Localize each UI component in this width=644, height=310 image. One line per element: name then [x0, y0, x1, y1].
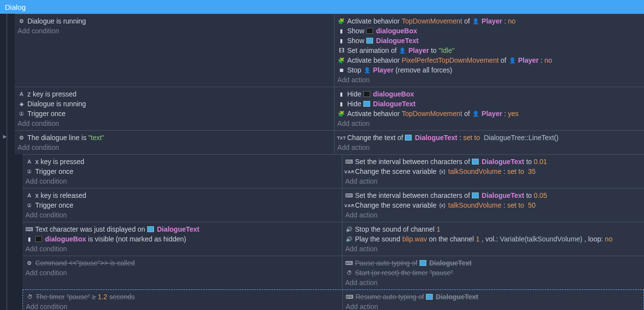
event-line[interactable]: ▮Hide dialogueBox — [337, 89, 641, 99]
event-line[interactable]: ᴠᴀʀChange the scene variable {x}talkSoun… — [345, 200, 641, 210]
text-part: set to — [507, 167, 524, 175]
txt-icon: ᴛxᴛ — [337, 134, 345, 142]
add-action-button[interactable]: Add action — [345, 278, 641, 289]
inline-icon: 👤 — [472, 110, 480, 118]
window-title: Dialog — [0, 0, 644, 14]
actions-cell: 🧩Activate behavior TopDownMovement of 👤P… — [334, 14, 644, 87]
text-part: Player — [482, 17, 502, 25]
🧩-icon: 🧩 — [337, 56, 345, 64]
text-part: Stop the sound of channel — [355, 225, 435, 233]
text-part: 1 — [476, 235, 480, 243]
event-row[interactable]: ⌨Text character was just displayed on Di… — [22, 222, 644, 256]
add-condition-button[interactable]: Add condition — [18, 143, 331, 154]
add-action-button[interactable]: Add action — [345, 176, 641, 188]
🧩-icon: 🧩 — [337, 17, 345, 25]
event-line[interactable]: 🔊Play the sound blip.wav on the channel … — [345, 234, 641, 244]
event-row[interactable]: ▶⚙The dialogue line is "text"Add conditi… — [15, 130, 644, 154]
add-condition-button[interactable]: Add condition — [26, 302, 339, 310]
text-part: Play the sound — [355, 235, 400, 243]
text-part: , vol.: — [482, 235, 498, 243]
text-part: 35 — [528, 167, 536, 175]
event-line[interactable]: ⏱The timer "pause" ≥ 1.2 seconds — [26, 292, 339, 302]
text-part: 1.2 — [98, 293, 107, 301]
event-row[interactable]: ⏱The timer "pause" ≥ 1.2 secondsAdd cond… — [22, 289, 644, 310]
text-part: no — [508, 17, 516, 25]
event-line[interactable]: ⌨Text character was just displayed on Di… — [25, 224, 339, 234]
object-thumb-icon — [363, 101, 370, 107]
event-line[interactable]: ▮Hide DialogueText — [337, 99, 641, 109]
event-row[interactable]: ⚙Dialogue is runningAdd condition🧩Activa… — [15, 14, 644, 87]
text-part: Variable(talkSoundVolume) — [500, 235, 582, 243]
event-line[interactable]: ⚙Command <<"pause">> is called — [25, 258, 339, 268]
add-condition-button[interactable]: Add condition — [18, 119, 331, 130]
conditions-cell: ⚙The dialogue line is "text"Add conditio… — [15, 131, 334, 154]
text-part: dialogueBox — [376, 27, 417, 35]
event-row[interactable]: Az key is pressed◈Dialogue is running①Tr… — [15, 87, 644, 130]
event-line[interactable]: ⌨Pause auto typing of DialogueText — [345, 258, 641, 268]
text-part: (remove all forces) — [396, 66, 452, 74]
⌨-icon: ⌨ — [345, 158, 353, 166]
event-line[interactable]: ᴛxᴛChange the text of DialogueText: set … — [337, 133, 641, 143]
add-condition-button[interactable]: Add condition — [18, 26, 331, 38]
add-action-button[interactable]: Add action — [337, 75, 641, 87]
object-thumb-icon — [472, 192, 479, 198]
event-line[interactable]: ▮Show dialogueBox — [337, 26, 641, 36]
add-condition-button[interactable]: Add condition — [25, 210, 339, 222]
event-line[interactable]: ①Trigger once — [25, 200, 339, 210]
event-line[interactable]: ◈Dialogue is running — [18, 99, 331, 109]
📄-icon: ▮ — [25, 235, 33, 243]
🅰-icon: A — [25, 191, 33, 199]
event-line[interactable]: Az key is pressed — [18, 89, 331, 99]
event-line[interactable]: ①Trigger once — [18, 109, 331, 119]
text-part: to — [526, 191, 532, 199]
text-part: Change the scene variable — [355, 201, 437, 209]
text-part: ≥ — [92, 293, 96, 301]
event-line[interactable]: 🧩Activate behavior PixelPerfectTopDownMo… — [337, 55, 641, 65]
event-line[interactable]: ⚙The dialogue line is "text" — [18, 133, 331, 143]
event-line[interactable]: 🧩Activate behavior TopDownMovement of 👤P… — [337, 109, 641, 119]
event-line[interactable]: 🧩Activate behavior TopDownMovement of 👤P… — [337, 16, 641, 26]
event-line[interactable]: ⌨Set the interval between characters of … — [345, 191, 641, 200]
text-part: Hide — [347, 100, 361, 108]
inline-icon: 👤 — [472, 17, 480, 25]
event-line[interactable]: ▮Show DialogueText — [337, 36, 641, 46]
add-condition-button[interactable]: Add condition — [25, 244, 339, 256]
event-row[interactable]: Ax key is pressed①Trigger onceAdd condit… — [22, 154, 644, 188]
text-part: The timer — [36, 293, 65, 301]
actions-cell: ᴛxᴛChange the text of DialogueText: set … — [334, 131, 644, 154]
event-line[interactable]: ⏱Start (or reset) the timer "pause" — [345, 268, 641, 278]
text-part: : — [504, 167, 506, 175]
text-part: : — [459, 134, 461, 142]
text-part: set to — [507, 201, 524, 209]
event-row[interactable]: Ax key is released①Trigger onceAdd condi… — [22, 188, 644, 222]
event-line[interactable]: ▮dialogueBox is visible (not marked as h… — [25, 234, 339, 244]
event-line[interactable]: Ax key is released — [25, 191, 339, 200]
add-action-button[interactable]: Add action — [337, 143, 641, 154]
event-row[interactable]: ⚙Command <<"pause">> is calledAdd condit… — [22, 256, 644, 289]
event-line[interactable]: ᴠᴀʀChange the scene variable {x}talkSoun… — [345, 167, 641, 176]
event-line[interactable]: ⏹Stop 👤Player (remove all forces) — [337, 65, 641, 75]
add-action-button[interactable]: Add action — [346, 302, 641, 310]
event-line[interactable]: ⚙Dialogue is running — [18, 16, 331, 26]
text-part: to — [431, 47, 437, 54]
add-action-button[interactable]: Add action — [337, 119, 641, 130]
VAR-icon: ᴠᴀʀ — [345, 201, 353, 209]
collapse-arrow-icon[interactable]: ▶ — [3, 134, 7, 139]
object-thumb-icon — [363, 91, 370, 97]
event-line[interactable]: ⌨Resume auto typing of DialogueText — [346, 292, 641, 302]
event-line[interactable]: ①Trigger once — [25, 167, 339, 176]
add-condition-button[interactable]: Add condition — [25, 176, 339, 188]
inline-icon: 👤 — [363, 66, 371, 74]
add-condition-button[interactable]: Add condition — [25, 268, 339, 280]
event-line[interactable]: 🎞Set animation of 👤Player to "Idle" — [337, 46, 641, 55]
text-part: set to — [463, 134, 480, 142]
conditions-cell: Az key is pressed◈Dialogue is running①Tr… — [15, 87, 334, 130]
event-line[interactable]: 🔊Stop the sound of channel 1 — [345, 224, 641, 234]
add-action-button[interactable]: Add action — [345, 244, 641, 256]
🧩-icon: 🧩 — [337, 110, 345, 118]
text-part: talkSoundVolume — [448, 167, 502, 175]
add-action-button[interactable]: Add action — [345, 210, 641, 222]
event-line[interactable]: Ax key is pressed — [25, 157, 339, 167]
event-line[interactable]: ⌨Set the interval between characters of … — [345, 157, 641, 167]
text-part: Trigger once — [27, 110, 66, 118]
